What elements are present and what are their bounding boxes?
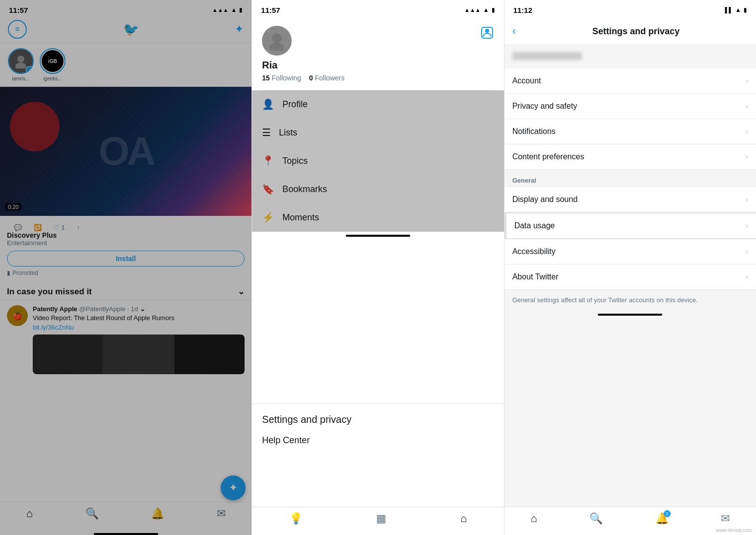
profile-menu-icon: 👤 <box>262 98 274 110</box>
notification-count-badge: 1 <box>664 510 671 517</box>
settings-account-item[interactable]: Account › <box>504 68 756 94</box>
blurred-username <box>504 45 756 68</box>
settings-footer-text: General settings affect all of your Twit… <box>504 290 756 311</box>
lists-menu-label: Lists <box>279 128 297 138</box>
watermark: www.devuq.com <box>716 528 752 533</box>
tweet-item: 🍎 Patently Apple @PatentlyApple · 1d ⌄ V… <box>0 300 252 379</box>
nav-notifications-icon[interactable]: 🔔 <box>151 507 164 520</box>
nav-search-icon[interactable]: 🔍 <box>85 507 99 520</box>
data-usage-label: Data usage <box>514 221 555 230</box>
install-button[interactable]: Install <box>7 251 245 267</box>
help-center-menu-item[interactable]: Help Center <box>262 425 494 456</box>
tweet-expand-icon[interactable]: ⌄ <box>140 305 145 313</box>
account-chevron-icon: › <box>746 76 748 85</box>
display-chevron-icon: › <box>746 195 748 204</box>
signal-icon: ▲▲▲ <box>212 7 229 13</box>
reply-action[interactable]: 💬 <box>14 224 22 231</box>
section-expand-icon[interactable]: ⌄ <box>238 286 245 297</box>
settings-content-pref-item[interactable]: Content preferences › <box>504 144 756 170</box>
signal-icon-p3: ▌▌ <box>725 7 733 13</box>
ad-title: Discovery Plus <box>7 231 245 239</box>
home-indicator-p3 <box>598 314 662 316</box>
user-avatar <box>262 26 292 56</box>
story-iamris[interactable]: + iamris... <box>8 48 34 81</box>
nav-home-icon[interactable]: ⌂ <box>26 507 33 520</box>
user-name: Ria <box>262 60 494 71</box>
tweet-link[interactable]: bit.ly/36cZnNu <box>33 324 74 331</box>
menu-item-topics[interactable]: 📍 Topics <box>252 147 504 175</box>
status-bar-panel1: 11:57 ▲▲▲ ▲ ▮ <box>0 0 252 18</box>
following-label: Following <box>272 74 301 82</box>
settings-about-item[interactable]: About Twitter › <box>504 265 756 290</box>
menu-item-moments[interactable]: ⚡ Moments <box>252 203 504 232</box>
settings-privacy-item[interactable]: Privacy and safety › <box>504 94 756 119</box>
menu-button[interactable]: ≡ <box>8 20 27 39</box>
missed-it-header: In case you missed it ⌄ <box>0 281 252 300</box>
tweet-username: Patently Apple <box>33 305 77 313</box>
blurred-name-text <box>512 52 582 60</box>
follow-stats: 15 Following 0 Followers <box>262 74 494 90</box>
panel-profile: 11:57 ▲▲▲ ▲ ▮ Ria 15 Following <box>252 0 504 535</box>
settings-data-usage-item[interactable]: Data usage › <box>504 212 756 239</box>
settings-notifications-item[interactable]: Notifications › <box>504 119 756 144</box>
nav-bulb-icon-p2[interactable]: 💡 <box>289 512 303 525</box>
like-action[interactable]: ♡ 1 <box>54 224 65 231</box>
story-avatar-iamris: + <box>8 48 34 74</box>
account-label: Account <box>512 76 541 85</box>
back-button[interactable]: ‹ <box>512 25 516 38</box>
general-settings-section: Display and sound › Data usage › Accessi… <box>504 187 756 290</box>
following-count: 15 <box>262 74 270 82</box>
feed-content: OA 0:20 💬 🔁 ♡ 1 ↑ Discovery Plus Enterta… <box>0 87 252 502</box>
followers-count: 0 <box>309 74 313 82</box>
settings-privacy-menu-item[interactable]: Settings and privacy <box>262 414 494 425</box>
ad-body: 💬 🔁 ♡ 1 ↑ Discovery Plus Entertainment I… <box>0 216 252 281</box>
nav-notifications-badge-p3[interactable]: 🔔 1 <box>655 512 669 525</box>
image-1 <box>33 335 103 374</box>
content-pref-label: Content preferences <box>512 152 584 161</box>
story-igeeks[interactable]: iGB igeeks... <box>40 48 65 81</box>
menu-item-lists[interactable]: ☰ Lists <box>252 119 504 147</box>
ad-subtitle: Entertainment <box>7 239 245 247</box>
wifi-icon-p3: ▲ <box>735 6 741 13</box>
nav-messages-icon-p3[interactable]: ✉ <box>721 512 730 525</box>
tweet-avatar: 🍎 <box>7 305 28 326</box>
svg-point-0 <box>17 56 24 63</box>
retweet-action[interactable]: 🔁 <box>34 224 42 231</box>
nav-qr-icon-p2[interactable]: ▦ <box>376 512 386 525</box>
menu-item-bookmarks[interactable]: 🔖 Bookmarks <box>252 175 504 203</box>
home-indicator <box>94 533 158 535</box>
nav-home-icon-p2[interactable]: ⌂ <box>460 512 467 525</box>
tweet-time: · 1d <box>127 305 138 313</box>
time-panel3: 11:12 <box>513 6 532 14</box>
svg-point-2 <box>272 33 282 43</box>
nav-search-icon-p3[interactable]: 🔍 <box>589 512 603 525</box>
status-icons-panel2: ▲▲▲ ▲ ▮ <box>464 6 495 13</box>
settings-accessibility-item[interactable]: Accessibility › <box>504 239 756 265</box>
promoted-icon: ▮ <box>7 269 10 276</box>
status-icons-panel1: ▲▲▲ ▲ ▮ <box>212 6 243 13</box>
battery-icon-p2: ▮ <box>492 6 495 13</box>
video-letters-decoration: OA <box>99 129 153 174</box>
privacy-label: Privacy and safety <box>512 102 577 111</box>
settings-display-item[interactable]: Display and sound › <box>504 187 756 212</box>
tweet-handle: @PatentlyApple <box>79 305 125 313</box>
nav-home-icon-p3[interactable]: ⌂ <box>530 512 537 525</box>
image-2 <box>104 335 173 374</box>
privacy-chevron-icon: › <box>746 102 748 111</box>
profile-edit-icon[interactable] <box>480 26 494 43</box>
topics-menu-label: Topics <box>282 156 308 166</box>
menu-item-profile[interactable]: 👤 Profile <box>252 90 504 119</box>
share-action[interactable]: ↑ <box>77 224 80 231</box>
display-sound-label: Display and sound <box>512 195 578 204</box>
compose-fab-button[interactable]: ✦ <box>221 475 246 500</box>
tweet-text: Video Report: The Latest Round of Apple … <box>33 314 245 323</box>
hamburger-icon: ≡ <box>15 25 19 34</box>
ad-card: OA 0:20 💬 🔁 ♡ 1 ↑ Discovery Plus Enterta… <box>0 87 252 281</box>
status-bar-panel3: 11:12 ▌▌ ▲ ▮ <box>504 0 756 18</box>
bottom-nav-panel2: 💡 ▦ ⌂ <box>252 507 504 535</box>
wifi-icon-p2: ▲ <box>483 6 489 13</box>
promoted-label: ▮ Promoted <box>7 269 245 276</box>
story-avatar-igeeks: iGB <box>40 48 65 74</box>
nav-messages-icon[interactable]: ✉ <box>217 507 226 520</box>
svg-point-1 <box>15 63 26 68</box>
